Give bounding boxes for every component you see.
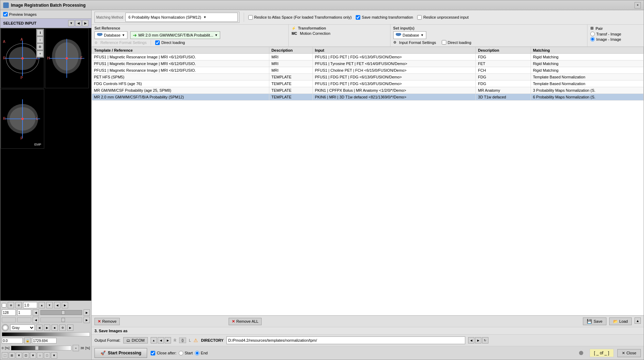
transf-image-label[interactable]: Transf - Image — [590, 32, 621, 36]
table-row[interactable]: PFUS1 | Magnetic Resonance Image | MRI <… — [92, 60, 644, 67]
tool-c-btn[interactable]: ▼ — [16, 352, 22, 359]
image-image-label[interactable]: Image - Image — [590, 37, 621, 41]
tool-h-btn[interactable]: ▼ — [51, 352, 57, 359]
load-button[interactable]: 📂 Load — [609, 317, 632, 325]
table-row[interactable]: MR GM/WM/CSF Probability (age 25, SPM8)T… — [92, 87, 644, 94]
preview-images-checkbox[interactable] — [3, 12, 8, 17]
zoom-input[interactable] — [23, 302, 37, 308]
frame-input[interactable] — [17, 309, 31, 316]
save-button[interactable]: 💾 Save — [583, 317, 606, 325]
save-matching-checkbox[interactable] — [356, 15, 360, 20]
reslice-unprocessed-checkbox[interactable] — [417, 15, 422, 20]
start-radio-label[interactable]: Start — [179, 351, 193, 355]
zoom-orig-btn[interactable]: ⊗ — [15, 302, 22, 308]
remove-all-button[interactable]: ✕ Remove ALL — [229, 318, 262, 325]
reslice-atlas-label[interactable]: Reslice to Atlas Space (For loaded Trans… — [248, 15, 352, 20]
zoom-icon-btn[interactable]: ↕ — [37, 37, 43, 43]
selected-input-dropdown-btn[interactable]: ▼ — [68, 20, 74, 26]
remove-button[interactable]: ✕ Remove — [94, 318, 120, 325]
table-row[interactable]: PET HFS (SPM5)TEMPLATEPFUS1 | FDG PET | … — [92, 74, 644, 81]
prev-frame-btn[interactable]: ◀ — [54, 302, 60, 308]
preview-images-checkbox-label[interactable]: Preview Images — [3, 12, 37, 17]
stop-btn[interactable]: ■ — [52, 324, 58, 331]
selected-input-next-btn[interactable]: ▶ — [82, 20, 88, 26]
colormap-prev-btn[interactable]: ◀ — [36, 324, 42, 331]
lut-x-btn[interactable]: × — [73, 345, 79, 351]
tool-e-btn[interactable]: ▼ — [30, 352, 36, 359]
zoom-fit-btn[interactable]: ⊕ — [8, 302, 14, 308]
max-range-input[interactable] — [32, 338, 57, 343]
direct-loading-ref-label[interactable]: Direct loading — [155, 40, 185, 45]
reslice-unprocessed-label[interactable]: Reslice unprocessed input — [417, 15, 468, 20]
lower-next-btn[interactable]: ▶ — [84, 317, 90, 323]
cursor-icon-btn[interactable]: + — [37, 51, 43, 57]
lower-slider-r[interactable] — [17, 317, 31, 322]
channel-next-btn[interactable]: ▶ — [84, 309, 90, 316]
range-icon-btn[interactable]: 🔒 — [24, 338, 31, 344]
start-radio[interactable] — [179, 351, 183, 355]
directory-input[interactable] — [226, 336, 465, 344]
lower-slider-l[interactable] — [2, 317, 16, 322]
lower-main-slider-thumb[interactable] — [61, 318, 65, 322]
output-prev2-btn[interactable]: ◀ — [158, 337, 164, 343]
tool-a-btn[interactable]: ⬚ — [2, 352, 8, 359]
table-row[interactable]: PFUS1 | Magnetic Resonance Image | MRI <… — [92, 54, 644, 60]
tool-f-btn[interactable]: ○ — [37, 352, 43, 359]
play-btn[interactable]: ▶ — [44, 324, 50, 331]
tool-d-btn[interactable]: ⊡ — [23, 352, 29, 359]
zoom-up-btn[interactable]: ▲ — [39, 302, 45, 308]
dir-next-btn[interactable]: ▶ — [475, 337, 481, 343]
end-radio[interactable] — [195, 351, 199, 355]
channel-prev-btn[interactable]: ◀ — [33, 309, 39, 316]
start-processing-button[interactable]: 🚀 Start Processing — [94, 348, 147, 358]
lower-main-slider[interactable] — [40, 317, 82, 322]
colormap-select[interactable]: Gray — [10, 324, 35, 331]
channel-slider[interactable] — [40, 310, 82, 315]
collapse-btn[interactable]: ▲ — [635, 317, 641, 324]
dicom-button[interactable]: 🗂 DICOM — [123, 337, 148, 343]
mri-dropdown[interactable]: ➜ MR 2.0 mm GM/WM/CSF/T/B/A Probabilit..… — [130, 31, 220, 39]
set-inputs-db-dropdown[interactable]: Database ▼ — [393, 31, 426, 39]
tool-g-btn[interactable]: □ — [44, 352, 50, 359]
colormap-next-btn[interactable]: ▶ — [67, 324, 73, 331]
direct-loading-ref-checkbox[interactable] — [155, 40, 160, 45]
table-cell: PFUS1 | Choline PET | FCH <6/15/0/FUSION… — [313, 67, 476, 74]
matching-method-dropdown[interactable]: 6 Probability Maps Normalization (SPM12)… — [125, 13, 238, 22]
table-row[interactable]: PFUS1 | Magnetic Resonance Image | MRI <… — [92, 67, 644, 74]
save-matching-label[interactable]: Save matching transformation — [356, 15, 413, 20]
dir-sync-btn[interactable]: ↻ — [482, 337, 488, 343]
reslice-atlas-checkbox[interactable] — [248, 15, 253, 20]
set-reference-db-dropdown[interactable]: Database ▼ — [94, 31, 127, 39]
image-viewer: A R L P A ℹ ↕ ⊞ + — [0, 28, 91, 301]
output-prev-btn[interactable]: ▲ — [151, 337, 157, 343]
direct-loading-input-label[interactable]: Direct loading — [442, 40, 471, 45]
transf-image-radio[interactable] — [590, 32, 595, 36]
channel-input[interactable] — [2, 309, 16, 316]
lower-prev-btn[interactable]: ◀ — [33, 317, 39, 323]
info-icon-btn[interactable]: ℹ — [37, 30, 43, 36]
colormap-settings-btn[interactable]: ⚙ — [59, 324, 66, 331]
sync-checkbox[interactable] — [2, 303, 6, 308]
output-next-btn[interactable]: ▶ — [165, 337, 171, 343]
direct-loading-input-checkbox[interactable] — [442, 40, 446, 45]
min-range-input[interactable] — [2, 338, 23, 343]
table-row[interactable]: FDG Controls HFS (age 76)TEMPLATEPFUS1 |… — [92, 81, 644, 87]
next-frame-btn[interactable]: ▶ — [62, 302, 68, 308]
zoom-down-btn[interactable]: ▼ — [46, 302, 53, 308]
table-cell: Template Based Normalization — [531, 81, 643, 87]
channel-slider-thumb[interactable] — [61, 310, 65, 315]
window-close-button[interactable]: × — [635, 2, 641, 8]
close-after-checkbox-label[interactable]: Close after: — [151, 351, 176, 355]
selected-input-prev-btn[interactable]: ◀ — [75, 20, 81, 26]
layout-icon-btn[interactable]: ⊞ — [37, 44, 43, 50]
table-row[interactable]: MR 2.0 mm GM/WM/CSF/T/B/A Probability (S… — [92, 94, 644, 101]
curly-btn[interactable]: {} — [179, 338, 186, 343]
lut-slider-thumb[interactable] — [35, 346, 39, 350]
end-radio-label[interactable]: End — [195, 351, 208, 355]
close-after-checkbox[interactable] — [151, 351, 155, 355]
lut-slider[interactable] — [11, 346, 71, 351]
dir-prev-btn[interactable]: ◀ — [468, 337, 474, 343]
tool-b-btn[interactable]: ⊞ — [9, 352, 15, 359]
close-window-button[interactable]: ✕ Close — [617, 349, 641, 357]
image-image-radio[interactable] — [590, 37, 595, 41]
